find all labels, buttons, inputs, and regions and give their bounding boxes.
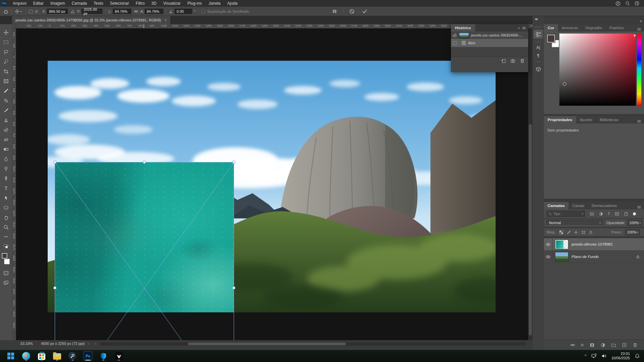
transform-tool-preset-icon[interactable]: ▾	[15, 7, 22, 16]
tool-eyedropper[interactable]	[0, 86, 12, 96]
new-document-from-state-icon[interactable]	[501, 58, 506, 63]
tab-degrades[interactable]: Degradês	[582, 24, 606, 32]
layer-name[interactable]: Plano de Fundo	[571, 255, 599, 259]
reference-point-grid-icon[interactable]	[34, 7, 39, 16]
start-button[interactable]	[6, 351, 15, 361]
menu-item-janela[interactable]: Janela	[205, 0, 224, 7]
tool-history-brush[interactable]	[0, 125, 12, 135]
history-brush-source-checkbox[interactable]	[453, 41, 457, 45]
panel-menu-icon[interactable]	[637, 205, 644, 209]
panel-grip[interactable]	[535, 41, 541, 42]
new-snapshot-icon[interactable]	[510, 58, 515, 63]
foreground-color-swatch[interactable]	[547, 34, 555, 43]
lock-transparency-icon[interactable]	[559, 230, 563, 235]
tool-eraser[interactable]	[0, 135, 12, 144]
taskbar-defender-icon[interactable]	[99, 351, 108, 361]
taskbar-store-icon[interactable]	[37, 351, 46, 361]
tool-hand[interactable]	[0, 212, 12, 222]
x-position-field[interactable]: 866.50 px	[47, 7, 68, 16]
taskbar-explorer-icon[interactable]	[52, 351, 62, 361]
tool-quick-selection[interactable]	[0, 57, 12, 66]
history-brush-source-icon[interactable]	[452, 33, 457, 38]
menu-item-camada[interactable]: Camada	[68, 0, 90, 7]
status-expand-icon[interactable]: ›	[88, 340, 89, 347]
hidden-icons-chevron[interactable]: ^	[585, 354, 587, 358]
3d-panel-icon[interactable]	[534, 65, 543, 73]
character-panel-icon[interactable]: A|	[536, 45, 540, 50]
layer-effects-icon[interactable]: fx	[581, 343, 584, 347]
history-panel-tab[interactable]: Histórico	[451, 24, 475, 32]
home-icon[interactable]	[3, 7, 8, 16]
volume-tray-icon[interactable]	[601, 353, 607, 359]
zoom-level-field[interactable]: 33.33%	[16, 340, 37, 347]
y-position-field[interactable]: 2025.00 px	[82, 7, 102, 16]
fill-field[interactable]: 100%▾	[625, 229, 640, 235]
document-tab-close-icon[interactable]: ×	[165, 18, 167, 22]
tab-cor[interactable]: Cor	[544, 24, 558, 32]
panel-menu-icon[interactable]	[522, 26, 526, 30]
saturation-brightness-picker[interactable]	[559, 34, 636, 106]
document-tab[interactable]: pexels-zac-santos-395824895-14798066.jpg…	[12, 16, 170, 24]
relative-position-delta-icon[interactable]	[71, 7, 75, 16]
menu-item-arquivo[interactable]: Arquivo	[9, 0, 30, 7]
antialias-checkbox[interactable]	[201, 7, 205, 16]
maintain-aspect-link-icon[interactable]	[134, 7, 138, 16]
quick-mask-icon[interactable]	[0, 268, 12, 278]
canvas-viewport[interactable]	[16, 29, 528, 340]
workspace-layout-icon[interactable]	[635, 1, 639, 6]
tab-padroes[interactable]: Padrões	[606, 24, 628, 32]
tab-demarcadores[interactable]: Demarcadores	[588, 202, 620, 209]
layer-name[interactable]: pexels-ollivves-1078981	[571, 242, 613, 246]
expand-dock-icon[interactable]: »	[640, 19, 641, 23]
link-layers-icon[interactable]	[570, 343, 575, 348]
color-picker-cursor[interactable]	[563, 82, 566, 86]
swap-colors-icon[interactable]	[0, 242, 12, 251]
new-group-icon[interactable]	[611, 343, 616, 348]
network-tray-icon[interactable]	[591, 353, 597, 359]
panel-menu-icon[interactable]	[637, 27, 644, 32]
layer-visibility-eye-icon[interactable]	[544, 238, 553, 251]
transforming-layer-ocean-image[interactable]	[55, 162, 234, 312]
tab-amostras[interactable]: Amostras	[558, 24, 582, 32]
tool-clone-stamp[interactable]	[0, 115, 12, 125]
screen-mode-icon[interactable]	[0, 278, 12, 288]
history-state-row[interactable]: pexels-zac-santos-395824895-...	[451, 32, 528, 39]
menu-item-imagem[interactable]: Imagem	[47, 0, 68, 7]
filter-shape-layers-icon[interactable]	[615, 212, 619, 216]
taskbar-steam-icon[interactable]	[68, 351, 77, 361]
tab-camadas[interactable]: Camadas	[544, 202, 568, 209]
horizontal-scrollbar-thumb[interactable]	[188, 343, 346, 345]
taskbar-clock[interactable]: 23:01 10/05/2025	[611, 352, 630, 360]
opacity-field[interactable]: 100%▾	[627, 220, 642, 226]
tool-brush[interactable]	[0, 105, 12, 115]
tool-move[interactable]	[0, 28, 12, 37]
commit-transform-icon[interactable]	[362, 7, 367, 16]
layer-thumbnail[interactable]	[555, 252, 568, 262]
width-scale-field[interactable]: 84.76%	[113, 7, 131, 16]
tool-path-selection[interactable]	[0, 193, 12, 203]
search-icon[interactable]	[625, 1, 630, 6]
lock-artboard-icon[interactable]	[581, 230, 586, 235]
menu-item-editar[interactable]: Editar	[30, 0, 47, 7]
tool-rectangular-marquee[interactable]	[0, 37, 12, 47]
add-layer-mask-icon[interactable]	[590, 343, 595, 348]
layer-thumbnail[interactable]	[555, 240, 568, 249]
background-color-swatch[interactable]	[4, 258, 10, 265]
menu-item-visualizar[interactable]: Visualizar	[160, 0, 184, 7]
tool-type[interactable]: T	[0, 183, 12, 193]
ruler-corner[interactable]	[12, 24, 16, 29]
layer-visibility-eye-icon[interactable]	[544, 251, 553, 263]
new-adjustment-layer-icon[interactable]	[600, 343, 605, 348]
panel-menu-icon[interactable]	[637, 119, 644, 123]
filter-smart-objects-icon[interactable]	[624, 212, 628, 216]
filter-toggle[interactable]	[633, 212, 636, 215]
tool-crop[interactable]	[0, 66, 12, 76]
filter-adjustment-layers-icon[interactable]	[599, 212, 603, 216]
taskbar-vanguard-icon[interactable]	[114, 351, 124, 361]
tool-lasso[interactable]	[0, 47, 12, 57]
hue-slider[interactable]	[637, 34, 641, 106]
filter-type-layers-icon[interactable]: T	[608, 212, 610, 216]
lock-pixels-icon[interactable]	[566, 230, 571, 235]
collapse-panel-icon[interactable]: »	[518, 26, 519, 30]
tool-zoom[interactable]	[0, 222, 12, 232]
